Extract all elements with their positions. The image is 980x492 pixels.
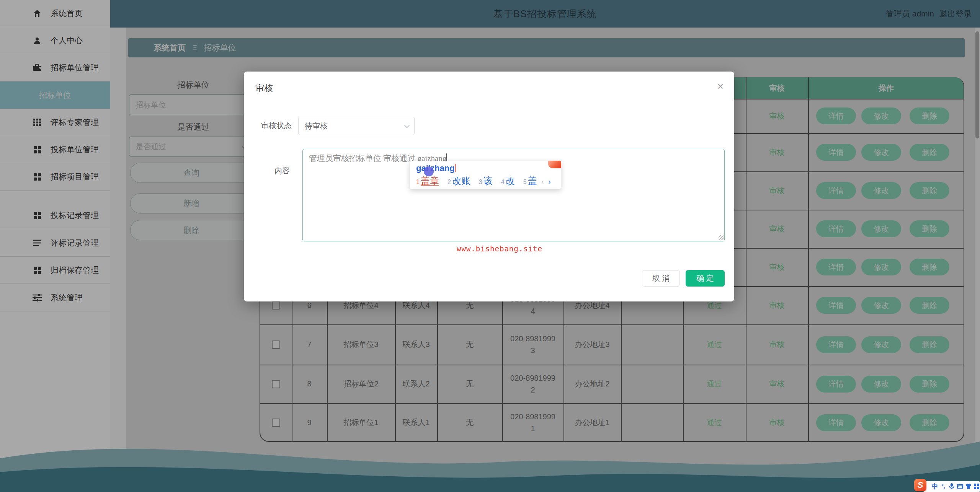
ime-cursor bbox=[455, 164, 456, 172]
ime-candidate-text: 该 bbox=[483, 175, 493, 187]
cancel-button[interactable]: 取 消 bbox=[642, 270, 680, 287]
status-label: 审核状态 bbox=[223, 121, 292, 131]
ime-candidate-1[interactable]: 1盖章 bbox=[416, 175, 439, 187]
chinese-mode-icon[interactable]: 中 bbox=[931, 482, 939, 490]
ime-candidate-3[interactable]: 3该 bbox=[479, 175, 493, 187]
ime-candidate-text: 盖章 bbox=[421, 175, 439, 187]
close-icon[interactable]: × bbox=[714, 80, 727, 93]
ime-candidate-popup: gai'zhang 1盖章2改账3该4改5盖 ‹ › bbox=[410, 161, 561, 189]
modal-title: 审核 bbox=[255, 82, 273, 94]
application-window: 基于BS招投标管理系统 管理员 admin 退出登录 系统首页个人中心招标单位管… bbox=[0, 0, 980, 492]
ime-logo-icon bbox=[548, 161, 561, 168]
keyboard-icon[interactable] bbox=[956, 482, 964, 490]
ime-candidate-number: 3 bbox=[479, 179, 482, 186]
confirm-button[interactable]: 确 定 bbox=[686, 270, 725, 287]
toolbox-grid-icon[interactable] bbox=[973, 482, 980, 490]
ime-prev-page-icon[interactable]: ‹ bbox=[541, 177, 544, 186]
ime-candidate-number: 2 bbox=[448, 179, 451, 186]
ime-candidate-number: 5 bbox=[523, 179, 527, 186]
ime-candidate-text: 改账 bbox=[452, 175, 470, 187]
ime-candidate-list: 1盖章2改账3该4改5盖 bbox=[416, 175, 537, 187]
status-value: 待审核 bbox=[305, 121, 328, 131]
punctuation-icon[interactable]: °, bbox=[939, 482, 947, 490]
status-select[interactable]: 待审核 bbox=[298, 117, 415, 135]
ime-candidate-4[interactable]: 4改 bbox=[501, 175, 515, 187]
content-label: 内容 bbox=[221, 166, 290, 176]
sogou-logo-icon[interactable]: S bbox=[914, 479, 926, 491]
watermark-text: www.bishebang.site bbox=[457, 244, 542, 253]
ime-candidate-text: 盖 bbox=[528, 175, 537, 187]
microphone-icon[interactable] bbox=[948, 482, 956, 490]
skin-shirt-icon[interactable] bbox=[965, 482, 972, 490]
mouse-click-indicator bbox=[424, 166, 434, 176]
ime-candidate-number: 4 bbox=[501, 179, 505, 186]
chevron-down-icon bbox=[404, 123, 410, 128]
ime-candidate-5[interactable]: 5盖 bbox=[523, 175, 537, 187]
ime-next-page-icon[interactable]: › bbox=[548, 177, 551, 186]
resize-grip-icon[interactable] bbox=[719, 235, 724, 240]
ime-candidate-2[interactable]: 2改账 bbox=[448, 175, 470, 187]
ime-candidate-number: 1 bbox=[416, 179, 420, 186]
ime-composition: gai'zhang bbox=[416, 163, 456, 173]
ime-candidate-text: 改 bbox=[506, 175, 515, 187]
